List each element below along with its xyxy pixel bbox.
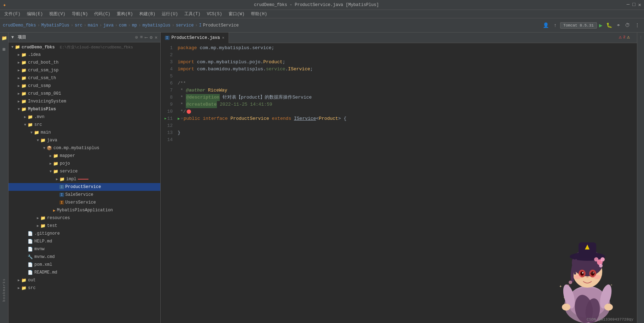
code-line-7: * @author RiceWay	[178, 87, 637, 94]
tree-item-root[interactable]: ▼ 📁 crudDemo_fbks E:\作业\cloud-demo\crudD…	[8, 43, 160, 51]
breadcrumb-service[interactable]: service	[176, 23, 194, 28]
menu-navigate[interactable]: 导航(N)	[69, 10, 91, 18]
tree-item-crud-ssm-th[interactable]: ▶ 📁 crud_ssm_th	[8, 74, 160, 82]
menu-tools[interactable]: 工具(T)	[182, 10, 203, 18]
titlebar-title: crudDemo_fbks - ProductService.java [Myb…	[254, 2, 379, 7]
project-icon[interactable]: 📁	[1, 34, 7, 42]
minimize-button[interactable]: ─	[627, 2, 629, 8]
tree-label-src: src	[34, 122, 42, 127]
tree-item-mybatisplus[interactable]: ▼ 📁 MybatisPlus	[8, 105, 160, 113]
tree-item-invoicing[interactable]: ▶ 📁 InvoicingSystem	[8, 98, 160, 105]
menu-view[interactable]: 视图(V)	[46, 10, 68, 18]
breadcrumb-project[interactable]: crudDemo_fbks	[3, 23, 36, 28]
tree-item-sale-service[interactable]: I SaleService	[8, 191, 160, 199]
menu-run[interactable]: 运行(U)	[159, 10, 181, 18]
menu-vcs[interactable]: VCS(S)	[204, 11, 225, 17]
tree-label-idea: .idea	[28, 52, 41, 57]
tree-label-main: main	[41, 130, 51, 135]
tree-arrow-java: ▼	[35, 139, 40, 142]
code-line-3: import com.mp.mybatisplus.pojo . Product…	[178, 59, 637, 66]
coverage-button[interactable]: ☂	[616, 22, 621, 28]
tree-item-idea[interactable]: ▶ 📁 .idea	[8, 51, 160, 59]
tree-item-pom[interactable]: 📄 pom.xml	[8, 261, 160, 269]
code-area[interactable]: package com.mp.mybatisplus.service ; imp…	[176, 45, 637, 323]
tree-arrow-out: ▶	[16, 278, 21, 282]
menu-code[interactable]: 代码(C)	[91, 10, 113, 18]
panel-dropdown-icon[interactable]: ▼	[11, 35, 14, 40]
run-button[interactable]: ▶	[599, 22, 603, 29]
tree-item-gitignore[interactable]: 📄 .gitignore	[8, 230, 160, 237]
breadcrumb-module[interactable]: MybatisPlus	[41, 23, 69, 28]
tree-item-crud-ssm-jsp[interactable]: ▶ 📁 crud_ssm_jsp	[8, 66, 160, 74]
tree-arrow-app	[48, 209, 53, 212]
breadcrumb-com[interactable]: com	[119, 23, 127, 28]
expand-all-icon[interactable]: ≡	[140, 35, 143, 40]
menu-help[interactable]: 帮助(H)	[248, 10, 270, 18]
tree-item-help[interactable]: 📄 HELP.md	[8, 237, 160, 245]
menu-window[interactable]: 窗口(W)	[226, 10, 248, 18]
tree-item-resources[interactable]: ▶ 📁 resources	[8, 214, 160, 222]
tree-item-pojo[interactable]: ▶ 📁 pojo	[8, 160, 160, 168]
scope-icon[interactable]: ⊙	[135, 35, 138, 40]
title-bar: ✦ crudDemo_fbks - ProductService.java [M…	[0, 0, 644, 10]
mvnw-icon: 📄	[28, 247, 33, 252]
vcs-icon[interactable]: ↑	[552, 23, 558, 28]
collapse-all-icon[interactable]: ⟵	[145, 35, 148, 40]
menu-refactor[interactable]: 重构(R)	[114, 10, 136, 18]
right-sidebar-scroll[interactable]: ⋮	[639, 35, 643, 40]
tree-item-src[interactable]: ▼ 📁 src	[8, 121, 160, 129]
tree-item-crud-ssmp[interactable]: ▶ 📁 crud_ssmp	[8, 82, 160, 90]
breadcrumb-main[interactable]: main	[88, 23, 98, 28]
tree-arrow-mapper: ▶	[48, 154, 53, 158]
menu-file[interactable]: 文件(F)	[1, 10, 23, 18]
tree-item-src-root[interactable]: ▶ 📁 src	[8, 284, 160, 292]
tree-arrow-pom	[23, 263, 28, 267]
tree-item-product-service[interactable]: I ProductService	[8, 183, 160, 191]
line-num-14: 14	[161, 136, 173, 143]
tree-item-crud-ssmp-001[interactable]: ▶ 📁 crud_ssmp_001	[8, 90, 160, 98]
code-line-2	[178, 52, 637, 59]
tree-item-impl[interactable]: ▶ 📁 impl	[8, 175, 160, 183]
tree-item-service[interactable]: ▼ 📁 service	[8, 168, 160, 175]
tree-item-mvnw-cmd[interactable]: 🔧 mvnw.cmd	[8, 253, 160, 261]
tree-item-out[interactable]: ▶ 📁 out	[8, 276, 160, 284]
breadcrumb-java[interactable]: java	[103, 23, 114, 28]
close-button[interactable]: ✕	[638, 2, 641, 8]
maximize-button[interactable]: □	[632, 2, 635, 8]
file-tree-content[interactable]: ▼ 📁 crudDemo_fbks E:\作业\cloud-demo\crudD…	[8, 42, 160, 323]
structure-icon[interactable]: ⊞	[3, 45, 6, 54]
tree-item-mapper[interactable]: ▶ 📁 mapper	[8, 152, 160, 160]
breadcrumb-src[interactable]: src	[75, 23, 82, 28]
tree-item-mvn[interactable]: ▶ 📁 .mvn	[8, 113, 160, 121]
more-button[interactable]: ⋮	[633, 22, 641, 28]
tree-item-main[interactable]: ▼ 📁 main	[8, 129, 160, 136]
menu-build[interactable]: 构建(B)	[137, 10, 159, 18]
breadcrumb-file[interactable]: ProductService	[203, 23, 239, 28]
debug-button[interactable]: 🐛	[605, 22, 614, 28]
breadcrumb-mybatisplus[interactable]: mybatisplus	[143, 23, 171, 28]
profile-button[interactable]: ⏱	[623, 23, 631, 28]
tree-item-test[interactable]: ▶ 📁 test	[8, 222, 160, 230]
tab-close-button[interactable]: ✕	[222, 35, 224, 40]
menu-edit[interactable]: 编辑(E)	[24, 10, 46, 18]
settings-icon[interactable]: ⚙	[150, 35, 153, 40]
breadcrumb-mp[interactable]: mp	[132, 23, 137, 28]
tree-item-crud-boot[interactable]: ▶ 📁 crud_boot_th	[8, 59, 160, 66]
tree-arrow-pojo: ▶	[48, 162, 53, 166]
tree-item-readme[interactable]: 📄 README.md	[8, 269, 160, 276]
tree-item-users-service[interactable]: I UsersService	[8, 199, 160, 206]
idea-folder-icon: 📁	[21, 52, 27, 58]
tree-item-app[interactable]: ▶ MybatisPlusApplication	[8, 206, 160, 214]
line-11-gutter-icon[interactable]: ▶	[165, 115, 166, 122]
ssmp-001-icon: 📁	[21, 91, 27, 96]
tree-item-package[interactable]: ▼ 📦 com.mp.mybatisplus	[8, 144, 160, 152]
code-content[interactable]: ⚠ 2 ⚠ 1 2 3 4 5 6 7 8 9 10 ▶ 11 12	[161, 43, 637, 323]
tree-item-java[interactable]: ▼ 📁 java	[8, 136, 160, 144]
hide-panel-icon[interactable]: ✕	[155, 35, 157, 40]
run-config-button[interactable]: Tomcat 8.5.31	[560, 22, 597, 29]
user-icon[interactable]: 👤	[541, 22, 550, 28]
tree-item-mvnw[interactable]: 📄 mvnw	[8, 245, 160, 253]
tree-label-mvnw: mvnw	[34, 247, 45, 252]
tab-bar: I ProductService.java ✕	[161, 33, 637, 43]
tab-product-service[interactable]: I ProductService.java ✕	[161, 33, 229, 43]
